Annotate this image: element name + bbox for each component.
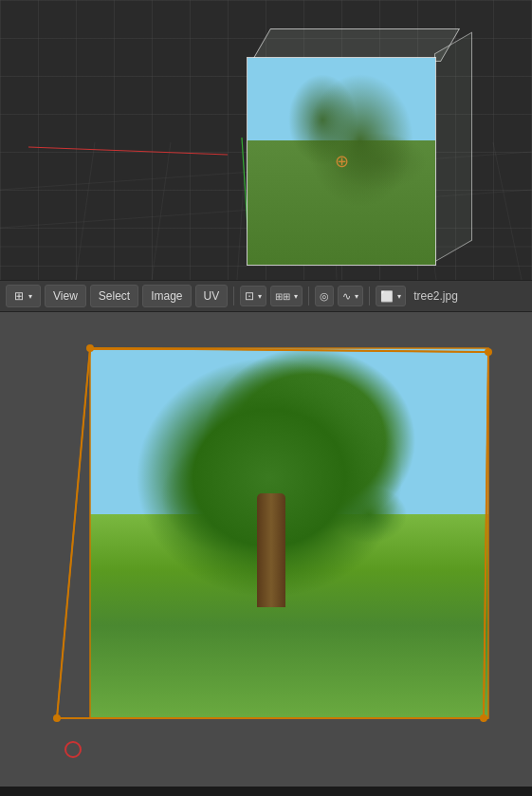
separator-2 xyxy=(308,287,309,305)
display-icon: ⬜ xyxy=(380,290,394,303)
svg-line-3 xyxy=(76,142,95,280)
box-front-face: ⊕ xyxy=(247,57,436,266)
box-right-face xyxy=(434,31,472,262)
svg-line-9 xyxy=(28,147,228,155)
chevron-down-icon: ▾ xyxy=(28,292,32,301)
chevron-icon-2: ▾ xyxy=(294,292,298,301)
display-dropdown[interactable]: ⬜ ▾ xyxy=(376,286,406,306)
snap-icon: ⊞⊞ xyxy=(275,291,290,302)
image-button[interactable]: Image xyxy=(142,285,191,307)
proportional-button[interactable]: ◎ xyxy=(315,286,334,306)
pivot-icon: ⊡ xyxy=(245,289,254,303)
toolbar: ⊞ ▾ View Select Image UV ⊡ ▾ ⊞⊞ ▾ ◎ ∿ ▾ … xyxy=(0,280,532,312)
mode-icon: ⊞ xyxy=(14,289,24,303)
waveform-icon: ∿ xyxy=(342,290,351,303)
chevron-icon-3: ▾ xyxy=(355,292,358,301)
origin-circle xyxy=(64,741,82,758)
snapping-dropdown[interactable]: ⊞⊞ ▾ xyxy=(270,286,303,306)
waveform-dropdown[interactable]: ∿ ▾ xyxy=(338,286,363,306)
separator-1 xyxy=(233,287,234,305)
svg-line-4 xyxy=(152,142,171,280)
crosshair-icon: ⊕ xyxy=(335,153,349,170)
pivot-dropdown[interactable]: ⊡ ▾ xyxy=(240,286,266,306)
tree-trunk xyxy=(257,493,285,607)
separator-3 xyxy=(369,287,370,305)
chevron-icon: ▾ xyxy=(258,292,262,301)
viewport-3d[interactable]: ⊕ xyxy=(0,0,532,280)
view-button[interactable]: View xyxy=(45,285,86,307)
select-button[interactable]: Select xyxy=(90,285,138,307)
filename-label: tree2.jpg xyxy=(413,289,458,303)
uv-button[interactable]: UV xyxy=(195,285,229,307)
svg-line-8 xyxy=(493,142,522,280)
proportional-icon: ◎ xyxy=(320,290,329,303)
uv-image xyxy=(90,348,488,718)
mode-button[interactable]: ⊞ ▾ xyxy=(6,285,41,307)
viewport-uv[interactable] xyxy=(0,312,532,787)
3d-box-object: ⊕ xyxy=(218,28,446,275)
uv-image-content xyxy=(90,348,488,718)
chevron-icon-4: ▾ xyxy=(397,292,401,301)
